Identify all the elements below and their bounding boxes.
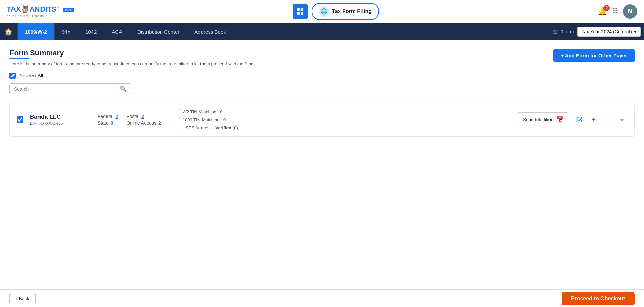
svg-point-6: [608, 117, 608, 118]
svg-rect-0: [297, 8, 300, 11]
w2-tin-row: W2 TIN Matching - 0: [175, 109, 238, 114]
schedule-area: Schedule filing 📅: [517, 112, 627, 127]
federal-stat: Federal 2: [98, 114, 118, 119]
payer-ein: EIN: XX-XXX5455: [30, 121, 91, 126]
search-button[interactable]: 🔍: [120, 86, 127, 92]
usps-row: USPS Address - Verified (0): [183, 125, 238, 130]
form-summary-header: Form Summary Here is the summary of form…: [9, 49, 635, 66]
state-stat: State 0: [98, 120, 118, 126]
deselect-all-checkbox[interactable]: [9, 73, 16, 79]
svg-rect-2: [297, 12, 300, 15]
form-summary-title-area: Form Summary Here is the summary of form…: [9, 49, 255, 66]
usps-count: (0): [233, 125, 238, 130]
postal-label: Postal: [126, 114, 139, 119]
expand-icon[interactable]: [617, 114, 627, 125]
grid-icon[interactable]: ⠿: [612, 7, 618, 16]
svg-point-8: [608, 121, 608, 122]
svg-rect-1: [301, 8, 303, 11]
delivery-stats: Postal 2 Online Access 2: [126, 114, 161, 126]
w2-tin-checkbox[interactable]: [175, 109, 180, 114]
avatar[interactable]: N: [623, 4, 637, 19]
nav-home-button[interactable]: 🏠: [0, 23, 18, 40]
svg-point-7: [608, 119, 608, 120]
chevron-down-icon: ▾: [634, 29, 636, 34]
nav-right: 🛒 0 form Tax Year 2024 (Current) ▾: [553, 23, 644, 40]
back-button[interactable]: ‹ Back: [9, 293, 36, 304]
nav-item-1099w2[interactable]: 1099/W-2: [18, 23, 55, 40]
more-options-icon[interactable]: [602, 114, 613, 125]
payer-name: Bandit LLC: [30, 114, 91, 120]
nav-item-1042[interactable]: 1042: [78, 23, 104, 40]
bell-badge: 0: [603, 5, 610, 11]
deselect-row: Deselect All: [9, 73, 635, 79]
federal-value[interactable]: 2: [115, 114, 118, 119]
tax-form-filing-button[interactable]: 🌐 Tax Form Filing: [312, 3, 379, 20]
bell-icon[interactable]: 🔔 0: [598, 7, 607, 16]
bottom-bar: ‹ Back Proceed to Checkout: [0, 289, 644, 307]
payer-stats: Federal 2 State 0 Postal 2 Online Access…: [98, 114, 161, 126]
payer-row: Bandit LLC EIN: XX-XXX5455 Federal 2 Sta…: [9, 103, 635, 137]
calendar-icon: 📅: [556, 116, 564, 123]
tin1099-row: 1099 TIN Matching - 0: [175, 117, 238, 122]
add-form-button[interactable]: + Add Form for Other Payer: [553, 49, 635, 62]
add-icon[interactable]: [588, 114, 599, 125]
tax-form-filing-icon[interactable]: [293, 4, 308, 19]
cart-button[interactable]: 🛒 0 form: [553, 29, 574, 34]
tin-matching-area: W2 TIN Matching - 0 1099 TIN Matching - …: [175, 109, 238, 130]
search-bar: 🔍: [9, 83, 131, 94]
payer-checkbox[interactable]: [17, 116, 23, 123]
top-header: TAX🦉ANDITS™ PRO Your 1099 & W2 Experts 🌐…: [0, 0, 644, 23]
schedule-filing-label: Schedule filing: [523, 117, 554, 122]
tin1099-label: 1099 TIN Matching - 0: [183, 117, 226, 122]
globe-icon: 🌐: [319, 6, 329, 17]
proceed-to-checkout-button[interactable]: Proceed to Checkout: [562, 292, 635, 305]
nav-item-aca[interactable]: ACA: [104, 23, 130, 40]
page-title: Form Summary: [9, 49, 255, 59]
header-center: 🌐 Tax Form Filing: [74, 3, 598, 20]
main-content: Form Summary Here is the summary of form…: [0, 40, 644, 307]
logo-area: TAX🦉ANDITS™ PRO Your 1099 & W2 Experts: [7, 5, 74, 18]
filing-stats: Federal 2 State 0: [98, 114, 118, 126]
search-input[interactable]: [14, 86, 120, 92]
payer-info: Bandit LLC EIN: XX-XXX5455: [30, 114, 91, 126]
cart-icon: 🛒: [553, 29, 559, 34]
edit-icon[interactable]: [574, 114, 585, 125]
w2-tin-label: W2 TIN Matching - 0: [183, 109, 223, 114]
nav-item-address-book[interactable]: Address Book: [187, 23, 234, 40]
action-icons: [574, 114, 627, 125]
federal-label: Federal: [98, 114, 113, 119]
online-stat: Online Access 2: [126, 120, 161, 126]
search-icon: 🔍: [120, 86, 127, 92]
page-subtitle: Here is the summary of forms that are re…: [9, 61, 255, 66]
postal-stat: Postal 2: [126, 114, 161, 119]
online-value[interactable]: 2: [158, 120, 161, 126]
tin1099-checkbox[interactable]: [175, 117, 180, 122]
nav-bar: 🏠 1099/W-2 94x 1042 ACA Distribution Cen…: [0, 23, 644, 40]
postal-value[interactable]: 2: [141, 114, 144, 119]
header-right: 🔔 0 ⠿ N: [598, 4, 637, 19]
state-label: State: [98, 120, 109, 126]
svg-rect-3: [301, 12, 303, 15]
nav-item-94x[interactable]: 94x: [55, 23, 78, 40]
state-value[interactable]: 0: [111, 120, 113, 126]
online-label: Online Access: [126, 120, 156, 126]
usps-verified-label: Verified: [215, 125, 231, 130]
deselect-all-label: Deselect All: [18, 73, 43, 78]
logo-subtitle: Your 1099 & W2 Experts: [7, 14, 44, 18]
pro-badge: PRO: [63, 8, 74, 12]
usps-label: USPS Address -: [183, 125, 214, 130]
tax-year-dropdown[interactable]: Tax Year 2024 (Current) ▾: [577, 27, 641, 37]
nav-item-distribution-center[interactable]: Distribution Center: [130, 23, 187, 40]
logo-text: TAX🦉ANDITS™: [7, 5, 61, 13]
schedule-filing-button[interactable]: Schedule filing 📅: [517, 112, 569, 127]
home-icon: 🏠: [4, 28, 13, 36]
